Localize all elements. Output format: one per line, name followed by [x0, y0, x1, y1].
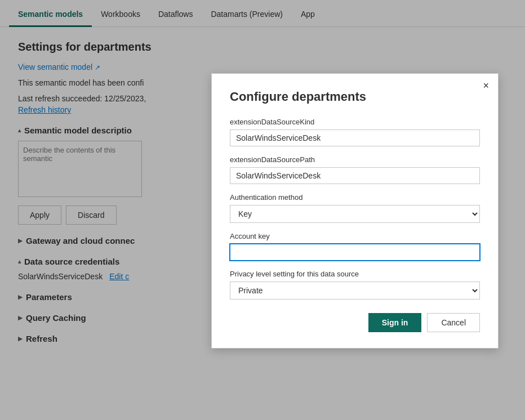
configure-departments-modal: × Configure departments extensionDataSou… [211, 73, 499, 348]
cancel-button[interactable]: Cancel [427, 313, 480, 332]
auth-method-label: Authentication method [230, 193, 480, 202]
modal-footer: Sign in Cancel [230, 313, 480, 332]
sign-in-button[interactable]: Sign in [368, 313, 422, 332]
extension-path-group: extensionDataSourcePath [230, 155, 480, 184]
extension-kind-group: extensionDataSourceKind [230, 118, 480, 146]
account-key-group: Account key [230, 232, 480, 261]
auth-method-group: Authentication method Key OAuth2 Windows… [230, 193, 480, 223]
account-key-input[interactable] [230, 244, 480, 261]
account-key-label: Account key [230, 232, 480, 240]
privacy-level-group: Privacy level setting for this data sour… [230, 270, 480, 300]
extension-kind-input[interactable] [230, 129, 480, 146]
privacy-level-select[interactable]: None Private Organizational Public [230, 282, 480, 300]
privacy-level-label: Privacy level setting for this data sour… [230, 270, 480, 278]
auth-method-select[interactable]: Key OAuth2 Windows Basic Anonymous [230, 205, 480, 223]
modal-close-button[interactable]: × [483, 81, 489, 91]
modal-title: Configure departments [230, 90, 480, 104]
extension-path-input[interactable] [230, 167, 480, 184]
extension-path-label: extensionDataSourcePath [230, 155, 480, 164]
extension-kind-label: extensionDataSourceKind [230, 118, 480, 126]
